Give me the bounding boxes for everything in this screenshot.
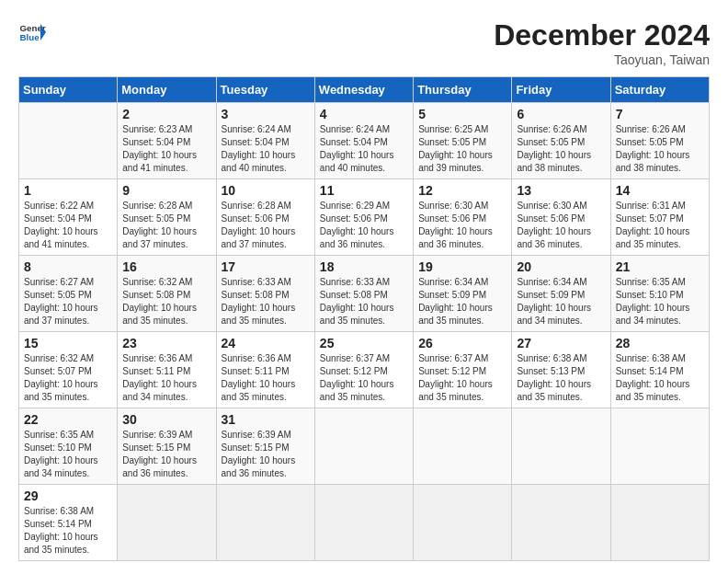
weekday-header-friday: Friday <box>512 77 610 103</box>
day-info: Sunrise: 6:30 AMSunset: 5:06 PMDaylight:… <box>418 200 506 251</box>
calendar-day-cell: 9Sunrise: 6:28 AMSunset: 5:05 PMDaylight… <box>118 179 216 256</box>
weekday-header-tuesday: Tuesday <box>216 77 314 103</box>
day-number: 16 <box>122 259 210 274</box>
day-number: 4 <box>320 107 408 121</box>
day-info: Sunrise: 6:37 AMSunset: 5:12 PMDaylight:… <box>418 352 506 404</box>
day-info: Sunrise: 6:34 AMSunset: 5:09 PMDaylight:… <box>418 276 506 327</box>
calendar-day-cell: 27Sunrise: 6:38 AMSunset: 5:13 PMDayligh… <box>512 332 610 408</box>
day-number: 24 <box>222 336 310 350</box>
day-number: 19 <box>418 259 506 274</box>
day-number: 22 <box>24 412 112 427</box>
logo: General Blue <box>18 18 50 46</box>
day-info: Sunrise: 6:30 AMSunset: 5:06 PMDaylight:… <box>517 200 605 251</box>
day-info: Sunrise: 6:24 AMSunset: 5:04 PMDaylight:… <box>222 123 310 175</box>
day-info: Sunrise: 6:36 AMSunset: 5:11 PMDaylight:… <box>222 352 310 404</box>
calendar-day-cell: 13Sunrise: 6:30 AMSunset: 5:06 PMDayligh… <box>512 179 610 256</box>
day-number: 20 <box>517 259 605 274</box>
calendar-day-cell: 12Sunrise: 6:30 AMSunset: 5:06 PMDayligh… <box>414 179 512 256</box>
title-block: December 2024 Taoyuan, Taiwan <box>494 18 710 67</box>
calendar-day-cell: 5Sunrise: 6:25 AMSunset: 5:05 PMDaylight… <box>414 103 512 179</box>
day-info: Sunrise: 6:37 AMSunset: 5:12 PMDaylight:… <box>320 352 408 404</box>
day-number: 29 <box>24 488 112 503</box>
calendar-day-cell: 16Sunrise: 6:32 AMSunset: 5:08 PMDayligh… <box>118 256 216 332</box>
day-number: 11 <box>320 183 408 198</box>
day-info: Sunrise: 6:29 AMSunset: 5:06 PMDaylight:… <box>320 200 408 251</box>
calendar-week-row: 8Sunrise: 6:27 AMSunset: 5:05 PMDaylight… <box>19 256 710 332</box>
calendar-week-row: 15Sunrise: 6:32 AMSunset: 5:07 PMDayligh… <box>19 332 710 408</box>
day-info: Sunrise: 6:32 AMSunset: 5:08 PMDaylight:… <box>122 276 210 327</box>
calendar-day-cell: 4Sunrise: 6:24 AMSunset: 5:04 PMDaylight… <box>314 103 413 179</box>
calendar-day-cell <box>610 408 709 485</box>
calendar-day-cell: 2Sunrise: 6:23 AMSunset: 5:04 PMDaylight… <box>118 103 216 179</box>
calendar-day-cell: 22Sunrise: 6:35 AMSunset: 5:10 PMDayligh… <box>19 408 118 485</box>
calendar-day-cell <box>314 408 413 485</box>
day-info: Sunrise: 6:39 AMSunset: 5:15 PMDaylight:… <box>222 429 310 480</box>
day-number: 14 <box>616 183 704 198</box>
calendar-day-cell: 6Sunrise: 6:26 AMSunset: 5:05 PMDaylight… <box>512 103 610 179</box>
day-info: Sunrise: 6:22 AMSunset: 5:04 PMDaylight:… <box>24 200 112 251</box>
day-info: Sunrise: 6:35 AMSunset: 5:10 PMDaylight:… <box>616 276 704 327</box>
day-number: 18 <box>320 259 408 274</box>
calendar-day-cell: 29Sunrise: 6:38 AMSunset: 5:14 PMDayligh… <box>19 485 118 561</box>
day-number: 21 <box>616 259 704 274</box>
calendar-day-cell: 28Sunrise: 6:38 AMSunset: 5:14 PMDayligh… <box>610 332 709 408</box>
day-number: 9 <box>122 183 210 198</box>
day-info: Sunrise: 6:33 AMSunset: 5:08 PMDaylight:… <box>222 276 310 327</box>
day-number: 15 <box>24 336 112 350</box>
day-number: 5 <box>418 107 506 121</box>
weekday-header-thursday: Thursday <box>414 77 512 103</box>
day-number: 17 <box>222 259 310 274</box>
day-number: 25 <box>320 336 408 350</box>
calendar-day-cell: 3Sunrise: 6:24 AMSunset: 5:04 PMDaylight… <box>216 103 314 179</box>
day-info: Sunrise: 6:25 AMSunset: 5:05 PMDaylight:… <box>418 123 506 175</box>
day-number: 1 <box>24 183 112 198</box>
weekday-header-saturday: Saturday <box>610 77 709 103</box>
day-number: 26 <box>418 336 506 350</box>
day-info: Sunrise: 6:39 AMSunset: 5:15 PMDaylight:… <box>122 429 210 480</box>
calendar-day-cell: 20Sunrise: 6:34 AMSunset: 5:09 PMDayligh… <box>512 256 610 332</box>
calendar-week-row: 22Sunrise: 6:35 AMSunset: 5:10 PMDayligh… <box>19 408 710 485</box>
calendar-day-cell: 24Sunrise: 6:36 AMSunset: 5:11 PMDayligh… <box>216 332 314 408</box>
day-number: 12 <box>418 183 506 198</box>
calendar-day-cell: 17Sunrise: 6:33 AMSunset: 5:08 PMDayligh… <box>216 256 314 332</box>
calendar-day-cell: 15Sunrise: 6:32 AMSunset: 5:07 PMDayligh… <box>19 332 118 408</box>
day-number: 13 <box>517 183 605 198</box>
day-number: 3 <box>222 107 310 121</box>
day-info: Sunrise: 6:27 AMSunset: 5:05 PMDaylight:… <box>24 276 112 327</box>
day-info: Sunrise: 6:31 AMSunset: 5:07 PMDaylight:… <box>616 200 704 251</box>
month-title: December 2024 <box>494 18 710 52</box>
location: Taoyuan, Taiwan <box>494 52 710 67</box>
calendar-header-row: SundayMondayTuesdayWednesdayThursdayFrid… <box>19 77 710 103</box>
calendar-day-cell: 26Sunrise: 6:37 AMSunset: 5:12 PMDayligh… <box>414 332 512 408</box>
calendar-week-row: 1Sunrise: 6:22 AMSunset: 5:04 PMDaylight… <box>19 179 710 256</box>
calendar-day-cell: 1Sunrise: 6:22 AMSunset: 5:04 PMDaylight… <box>19 179 118 256</box>
weekday-header-monday: Monday <box>118 77 216 103</box>
day-number: 30 <box>122 412 210 427</box>
day-info: Sunrise: 6:28 AMSunset: 5:06 PMDaylight:… <box>222 200 310 251</box>
day-info: Sunrise: 6:26 AMSunset: 5:05 PMDaylight:… <box>616 123 704 175</box>
calendar-day-cell <box>314 485 413 561</box>
day-info: Sunrise: 6:32 AMSunset: 5:07 PMDaylight:… <box>24 352 112 404</box>
day-info: Sunrise: 6:23 AMSunset: 5:04 PMDaylight:… <box>122 123 210 175</box>
calendar-day-cell: 18Sunrise: 6:33 AMSunset: 5:08 PMDayligh… <box>314 256 413 332</box>
calendar-day-cell: 7Sunrise: 6:26 AMSunset: 5:05 PMDaylight… <box>610 103 709 179</box>
day-number: 27 <box>517 336 605 350</box>
calendar-day-cell <box>216 485 314 561</box>
calendar-day-cell: 30Sunrise: 6:39 AMSunset: 5:15 PMDayligh… <box>118 408 216 485</box>
day-number: 6 <box>517 107 605 121</box>
day-info: Sunrise: 6:28 AMSunset: 5:05 PMDaylight:… <box>122 200 210 251</box>
calendar-day-cell: 23Sunrise: 6:36 AMSunset: 5:11 PMDayligh… <box>118 332 216 408</box>
day-number: 28 <box>616 336 704 350</box>
calendar-day-cell: 21Sunrise: 6:35 AMSunset: 5:10 PMDayligh… <box>610 256 709 332</box>
calendar-week-row: 2Sunrise: 6:23 AMSunset: 5:04 PMDaylight… <box>19 103 710 179</box>
calendar-day-cell: 8Sunrise: 6:27 AMSunset: 5:05 PMDaylight… <box>19 256 118 332</box>
day-number: 8 <box>24 259 112 274</box>
calendar-day-cell: 14Sunrise: 6:31 AMSunset: 5:07 PMDayligh… <box>610 179 709 256</box>
calendar-day-cell <box>512 485 610 561</box>
calendar-day-cell: 19Sunrise: 6:34 AMSunset: 5:09 PMDayligh… <box>414 256 512 332</box>
weekday-header-wednesday: Wednesday <box>314 77 413 103</box>
day-number: 23 <box>122 336 210 350</box>
page-header: General Blue December 2024 Taoyuan, Taiw… <box>18 18 710 67</box>
calendar-day-cell <box>414 485 512 561</box>
calendar-day-cell <box>610 485 709 561</box>
